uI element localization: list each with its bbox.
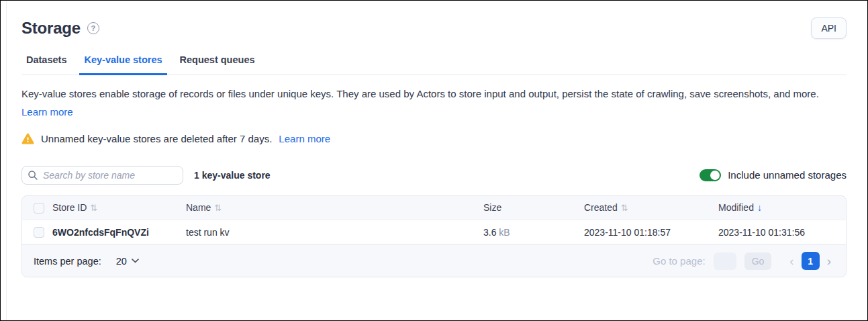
go-to-page-input[interactable] bbox=[714, 253, 736, 270]
storage-tabs: Datasets Key-value stores Request queues bbox=[21, 54, 847, 75]
chevron-down-icon bbox=[132, 259, 139, 263]
cell-modified: 2023-11-10 01:31:56 bbox=[718, 220, 846, 244]
sort-icon-name[interactable]: ⇅ bbox=[214, 203, 222, 213]
warning-icon bbox=[21, 133, 34, 144]
chevron-left-icon[interactable]: ‹ bbox=[786, 255, 797, 267]
column-header-created[interactable]: Created⇅ bbox=[584, 196, 718, 220]
column-header-size: Size bbox=[483, 196, 584, 220]
toolbar: 1 key-value store Include unnamed storag… bbox=[21, 166, 847, 185]
page-title: Storage bbox=[21, 19, 81, 38]
page-header: Storage ? API bbox=[21, 17, 847, 39]
warning-learn-more-link[interactable]: Learn more bbox=[279, 133, 330, 144]
column-header-modified[interactable]: Modified↓ bbox=[718, 196, 846, 220]
current-page-button[interactable]: 1 bbox=[802, 252, 820, 270]
column-header-name[interactable]: Name⇅ bbox=[186, 196, 483, 220]
cell-created: 2023-11-10 01:18:57 bbox=[584, 220, 718, 244]
sort-icon-created[interactable]: ⇅ bbox=[621, 203, 628, 213]
warning-text: Unnamed key-value stores are deleted aft… bbox=[41, 133, 272, 144]
select-all-checkbox[interactable] bbox=[34, 203, 44, 214]
search-icon bbox=[28, 170, 38, 181]
description-learn-more-link[interactable]: Learn more bbox=[21, 105, 73, 120]
include-unnamed-toggle[interactable] bbox=[700, 169, 721, 181]
go-button[interactable]: Go bbox=[744, 253, 772, 270]
help-icon[interactable]: ? bbox=[87, 22, 99, 34]
go-to-page-label: Go to page: bbox=[653, 255, 705, 267]
items-per-page-select[interactable]: 20 bbox=[116, 256, 139, 267]
tab-request-queues[interactable]: Request queues bbox=[175, 54, 260, 75]
storage-page: Storage ? API Datasets Key-value stores … bbox=[0, 0, 868, 321]
key-value-stores-table: Store ID⇅ Name⇅ Size Created⇅ Modified↓ bbox=[21, 195, 847, 278]
table-header-row: Store ID⇅ Name⇅ Size Created⇅ Modified↓ bbox=[22, 196, 846, 220]
tab-datasets[interactable]: Datasets bbox=[21, 54, 71, 75]
table-footer: Items per page: 20 Go to page: Go ‹ 1 › bbox=[22, 244, 846, 277]
warning-banner: Unnamed key-value stores are deleted aft… bbox=[21, 133, 847, 144]
items-per-page-label: Items per page: bbox=[34, 256, 101, 267]
cell-size: 3.6 kB bbox=[483, 220, 584, 244]
description-text: Key-value stores enable storage of recor… bbox=[21, 88, 819, 99]
size-unit: kB bbox=[499, 227, 510, 238]
row-checkbox[interactable] bbox=[34, 227, 44, 238]
chevron-right-icon[interactable]: › bbox=[824, 255, 834, 267]
column-header-store-id[interactable]: Store ID⇅ bbox=[52, 196, 186, 220]
sort-icon-modified[interactable]: ↓ bbox=[757, 202, 762, 213]
sort-icon-store-id[interactable]: ⇅ bbox=[90, 203, 97, 213]
toggle-label: Include unnamed storages bbox=[728, 169, 847, 181]
api-button[interactable]: API bbox=[811, 17, 847, 39]
cell-store-id[interactable]: 6WO2nfcdsFqFnQVZi bbox=[52, 220, 186, 244]
cell-name[interactable]: test run kv bbox=[186, 220, 483, 244]
store-count-label: 1 key-value store bbox=[194, 170, 271, 181]
tab-key-value-stores[interactable]: Key-value stores bbox=[79, 54, 166, 75]
table-row[interactable]: 6WO2nfcdsFqFnQVZi test run kv 3.6 kB 202… bbox=[22, 220, 846, 244]
search-input[interactable] bbox=[21, 166, 183, 185]
toggle-knob bbox=[710, 171, 720, 180]
description-block: Key-value stores enable storage of recor… bbox=[21, 87, 847, 120]
